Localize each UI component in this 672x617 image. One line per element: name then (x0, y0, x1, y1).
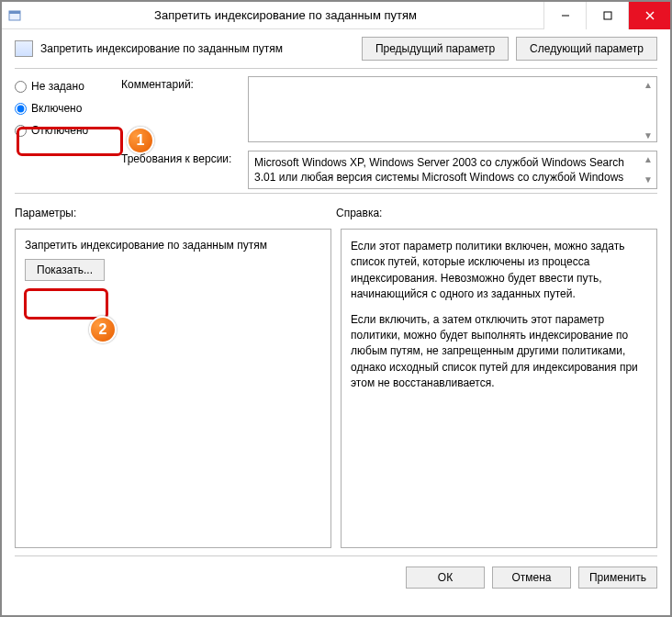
app-icon (2, 3, 28, 28)
header-title: Запретить индексирование по заданным пут… (40, 42, 354, 55)
titlebar-buttons (543, 2, 670, 29)
show-button[interactable]: Показать... (25, 259, 105, 281)
radio-not-configured-input[interactable] (15, 81, 27, 93)
scroll-up-icon[interactable]: ▲ (641, 78, 655, 93)
footer: ОК Отмена Применить (15, 555, 657, 598)
radio-disabled-input[interactable] (15, 125, 27, 137)
requirements-text: Microsoft Windows XP, Windows Server 200… (248, 151, 657, 189)
close-button[interactable] (628, 2, 670, 29)
apply-button[interactable]: Применить (578, 567, 657, 589)
help-label: Справка: (336, 207, 657, 219)
help-paragraph-2: Если включить, а затем отключить этот па… (351, 312, 647, 392)
policy-icon (15, 40, 33, 57)
radio-enabled-label: Включено (31, 102, 82, 115)
cancel-button[interactable]: Отмена (492, 567, 571, 589)
comment-column: Комментарий: ▲ ▼ Требования к версии: Mi… (121, 76, 657, 189)
scroll-up-icon[interactable]: ▲ (641, 152, 655, 167)
comment-label: Комментарий: (121, 76, 241, 91)
radio-disabled[interactable]: Отключено (15, 124, 116, 137)
state-section: Не задано Включено Отключено Комментарий… (2, 69, 670, 193)
titlebar: Запретить индексирование по заданным пут… (2, 2, 670, 29)
annotation-badge-2: 2 (89, 316, 117, 343)
comment-scroll: ▲ ▼ (641, 78, 655, 143)
previous-setting-button[interactable]: Предыдущий параметр (362, 37, 509, 61)
radio-group: Не задано Включено Отключено (15, 76, 116, 189)
maximize-button[interactable] (586, 2, 628, 29)
params-panel: Запретить индексирование по заданным пут… (15, 229, 331, 548)
help-panel: Если этот параметр политики включен, мож… (341, 229, 657, 548)
next-setting-button[interactable]: Следующий параметр (516, 37, 657, 61)
radio-not-configured-label: Не задано (31, 80, 84, 93)
panels: Запретить индексирование по заданным пут… (2, 223, 670, 555)
params-title: Запретить индексирование по заданным пут… (25, 239, 321, 252)
params-label: Параметры: (15, 207, 336, 219)
window-title: Запретить индексирование по заданным пут… (28, 8, 543, 22)
radio-not-configured[interactable]: Не задано (15, 80, 116, 93)
radio-enabled[interactable]: Включено (15, 102, 116, 115)
requirements-wrap: Microsoft Windows XP, Windows Server 200… (248, 151, 657, 189)
ok-button[interactable]: ОК (406, 567, 485, 589)
header-row: Запретить индексирование по заданным пут… (2, 29, 670, 68)
annotation-badge-1: 1 (127, 127, 154, 154)
scroll-down-icon[interactable]: ▼ (641, 173, 655, 187)
svg-rect-3 (604, 12, 611, 19)
dialog-window: Запретить индексирование по заданным пут… (0, 0, 672, 617)
minimize-button[interactable] (543, 2, 586, 29)
comment-textarea[interactable] (248, 76, 657, 142)
svg-rect-1 (9, 11, 20, 14)
radio-disabled-label: Отключено (31, 124, 88, 137)
requirements-row: Требования к версии: Microsoft Windows X… (121, 151, 657, 189)
requirements-scroll: ▲ ▼ (641, 152, 655, 187)
section-labels: Параметры: Справка: (2, 194, 670, 223)
comment-row: Комментарий: ▲ ▼ (121, 76, 657, 145)
comment-wrap: ▲ ▼ (248, 76, 657, 145)
radio-enabled-input[interactable] (15, 103, 27, 115)
help-paragraph-1: Если этот параметр политики включен, мож… (351, 239, 647, 303)
scroll-down-icon[interactable]: ▼ (641, 129, 655, 143)
